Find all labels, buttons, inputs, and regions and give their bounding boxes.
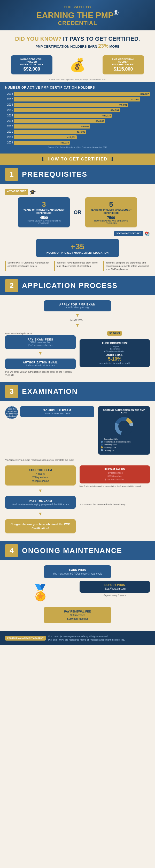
bar-container: 412,502 bbox=[14, 135, 150, 140]
take-exam-detail3: Multiple choice bbox=[8, 479, 73, 483]
footer-logo: PROJECT MANAGEMENT ACADEMY bbox=[5, 636, 46, 641]
bar-fill: 500,082 bbox=[14, 124, 90, 128]
section2-title: APPLICATION PROCESS bbox=[22, 281, 118, 290]
bar-value: 639,023 bbox=[102, 114, 111, 117]
pmp-membership-note: PMP Membership is $129 bbox=[5, 332, 76, 335]
bar-row: 2018 887,937 bbox=[5, 92, 150, 96]
bar-container: 887,937 bbox=[14, 92, 150, 96]
section2-header: 2 APPLICATION PROCESS bbox=[0, 276, 155, 295]
legend-planning: Planning 24% bbox=[101, 443, 147, 446]
score-box: SCORING CATEGORIES ON THE PMP EXAM bbox=[98, 406, 150, 455]
bar-row: 2013 594,603 bbox=[5, 119, 150, 123]
bar-year: 2017 bbox=[5, 98, 13, 101]
legend-closing: Closing 7% bbox=[101, 449, 147, 452]
renewal-title: PAY RENEWAL FEE bbox=[47, 610, 108, 613]
take-exam-detail2: 200 questions bbox=[8, 476, 73, 479]
bar-year: 2010 bbox=[5, 136, 13, 138]
non-credential-amount: $92,000 bbox=[15, 66, 49, 72]
bar-value: 694,534 bbox=[110, 109, 119, 112]
bar-row: 2009 361,238 bbox=[5, 141, 150, 145]
bar-year: 2016 bbox=[5, 103, 13, 106]
pmp-credential-label: PMP CREDENTIAL HOLDER bbox=[106, 58, 140, 63]
renewal-fee2: $150 non-member bbox=[47, 617, 108, 620]
secondary-hours: 7500 HOURS LEADING AND DIRECTING PROJECT… bbox=[88, 216, 134, 224]
header-credential: CREDENTIAL bbox=[4, 20, 151, 27]
how-header: ⬇ HOW TO GET CERTIFIED ⬇ bbox=[0, 154, 155, 165]
exam-right: SCORING CATEGORIES ON THE PMP EXAM bbox=[98, 406, 150, 455]
earn-pdu-detail: You must earn 60 PDUs every 3-year cycle bbox=[47, 572, 108, 575]
legend-dot-initiating bbox=[101, 446, 103, 448]
plus-box: +35 HOURS OF PROJECT MANAGEMENT EDUCATIO… bbox=[36, 239, 119, 257]
bar-year: 2013 bbox=[5, 120, 13, 122]
wait-label: 5 DAY WAIT bbox=[5, 319, 150, 321]
schedule-box: SCHEDULE EXAM www.pearsonvue.com bbox=[20, 406, 94, 417]
legend-initiating: Initiating 13% bbox=[101, 446, 147, 449]
non-credential-label: NON-CREDENTIAL HOLDER bbox=[15, 58, 49, 63]
secondary-box: 5 YEARS OF PROJECT MANAGEMENT EXPERIENCE… bbox=[85, 197, 137, 227]
flow-right: 90 DAYS AUDIT DOCUMENTS: • Degree• Exper… bbox=[80, 331, 150, 367]
exam-top: 1 year to pass the exam from the time yo… bbox=[5, 406, 150, 455]
bar-row: 2014 639,023 bbox=[5, 114, 150, 118]
chart-title: NUMBER OF ACTIVE PMP CERTIFICATION HOLDE… bbox=[5, 86, 150, 89]
take-exam-box: TAKE THE EXAM 4 hours 200 questions Mult… bbox=[5, 465, 76, 486]
header-earning: EARNING THE PMP bbox=[36, 10, 114, 20]
bar-fill: 594,603 bbox=[14, 119, 105, 123]
did-you-know-section: DID YOU KNOW? IT PAYS TO GET CERTIFIED. … bbox=[0, 30, 155, 52]
svg-point-6 bbox=[118, 421, 130, 432]
bars-container: 2018 887,937 2017 827,960 2016 745,891 2… bbox=[5, 92, 150, 145]
bar-value: 361,238 bbox=[60, 142, 69, 144]
renewal-fee1: $60 member bbox=[47, 614, 108, 617]
prereq-note-2: You must have documented proof in the fo… bbox=[54, 261, 101, 271]
legend-dot-closing bbox=[101, 449, 103, 451]
apply-sub: certification.pmi.org bbox=[48, 306, 107, 309]
bar-row: 2015 694,534 bbox=[5, 108, 150, 112]
down-arrow-right: ⬇ bbox=[110, 156, 114, 162]
bar-container: 361,238 bbox=[14, 141, 150, 145]
audit-label: are selected for random audit bbox=[82, 362, 148, 365]
flow-down-pass: ▼ bbox=[5, 511, 76, 517]
report-url: https://ccrs.pmi.org bbox=[82, 587, 148, 590]
bar-fill: 361,238 bbox=[14, 141, 70, 145]
salary-row: NON-CREDENTIAL HOLDER AVERAGE SALARY $92… bbox=[0, 52, 155, 78]
bar-fill: 887,937 bbox=[14, 92, 150, 96]
section4-header: 4 ONGOING MAINTENANCE bbox=[0, 541, 155, 560]
pay-fees-box: PAY EXAM FEES $405 member fee $555 non-m… bbox=[5, 335, 76, 349]
donut-container bbox=[101, 416, 147, 437]
exam-section: 1 year to pass the exam from the time yo… bbox=[0, 401, 155, 541]
renewal-box: PAY RENEWAL FEE $60 member $150 non-memb… bbox=[44, 607, 111, 623]
auth-title: AUTHORIZATION EMAIL bbox=[8, 361, 73, 364]
bar-fill: 412,502 bbox=[14, 135, 77, 140]
bar-value: 467,390 bbox=[77, 131, 85, 133]
score-legend: Executing 31% Monitoring & Controlling 2… bbox=[101, 438, 147, 452]
pmp-credential-amount: $115,000 bbox=[106, 66, 140, 72]
pass-title: PASS THE EXAM bbox=[8, 499, 73, 502]
bar-value: 594,603 bbox=[96, 120, 104, 122]
or-divider: OR bbox=[72, 209, 83, 215]
bar-fill: 467,390 bbox=[14, 130, 86, 134]
apply-title: APPLY FOR PMP EXAM bbox=[48, 303, 107, 306]
degree-label-row: 4 YEAR DEGREE 🎓 bbox=[5, 189, 150, 195]
dollar-icon: 💰 bbox=[70, 57, 85, 72]
bar-value: 827,960 bbox=[131, 98, 139, 101]
bar-fill: 694,534 bbox=[14, 108, 120, 112]
header-main-title: EARNING THE PMP® bbox=[4, 9, 151, 20]
section4-title: ONGOING MAINTENANCE bbox=[22, 547, 122, 555]
bar-row: 2017 827,960 bbox=[5, 97, 150, 101]
bar-value: 745,891 bbox=[119, 103, 127, 106]
bar-year: 2014 bbox=[5, 114, 13, 117]
section1-header: 1 PREREQUISITES bbox=[0, 165, 155, 184]
score-title: SCORING CATEGORIES ON THE PMP EXAM bbox=[101, 409, 147, 414]
donut-chart bbox=[114, 416, 134, 437]
schedule-title: SCHEDULE EXAM bbox=[24, 409, 91, 412]
days-badge-container: 90 DAYS bbox=[80, 331, 150, 337]
pass-box: PASS THE EXAM You'll receive results say… bbox=[5, 496, 76, 509]
take-exam-col: TAKE THE EXAM 4 hours 200 questions Mult… bbox=[5, 463, 76, 536]
bar-fill: 745,891 bbox=[14, 103, 128, 107]
header: THE PATH TO EARNING THE PMP® CREDENTIAL bbox=[0, 0, 155, 30]
apply-box: APPLY FOR PMP EXAM certification.pmi.org bbox=[44, 300, 111, 311]
year-note: 1 year to pass the exam from the time yo… bbox=[5, 406, 18, 419]
four-year-label: YEARS OF PROJECT MANAGEMENT EXPERIENCE bbox=[21, 209, 67, 215]
chart-source: Source: PMI Today, Heartbeat of the Prof… bbox=[5, 146, 150, 150]
bar-fill: 827,960 bbox=[14, 97, 140, 101]
footer: PROJECT MANAGEMENT ACADEMY © 2019 Projec… bbox=[0, 631, 155, 645]
